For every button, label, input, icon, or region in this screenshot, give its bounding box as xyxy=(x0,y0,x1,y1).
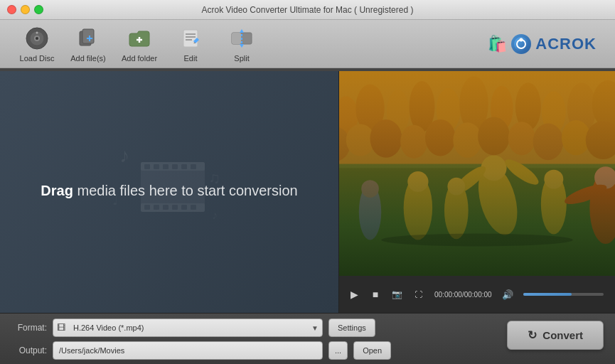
svg-marker-18 xyxy=(240,29,244,33)
svg-rect-36 xyxy=(181,205,187,210)
preview-panel: ▶ ■ 📷 ⛶ 00:00:00/00:00:00 🔊 xyxy=(339,68,615,313)
toolbar-load-disc-label: Load Disc xyxy=(20,54,55,63)
disc-icon xyxy=(24,26,50,51)
svg-rect-29 xyxy=(172,164,178,169)
toolbar-load-disc[interactable]: Load Disc xyxy=(11,23,63,65)
window-controls[interactable] xyxy=(7,5,43,14)
svg-rect-11 xyxy=(183,30,198,47)
svg-rect-16 xyxy=(232,33,241,44)
svg-rect-6 xyxy=(82,29,94,43)
svg-point-58 xyxy=(400,125,427,159)
toolbar-edit[interactable]: Edit xyxy=(165,23,216,65)
drag-drop-text: Drag media files here to start conversio… xyxy=(41,183,297,199)
drag-rest: media files here to start conversion xyxy=(73,183,298,198)
svg-point-44 xyxy=(339,96,358,136)
svg-point-55 xyxy=(339,127,350,161)
drag-bold: Drag xyxy=(41,183,73,198)
svg-point-64 xyxy=(562,120,590,155)
volume-slider[interactable] xyxy=(523,293,604,296)
svg-point-77 xyxy=(594,166,615,188)
title-bar: Acrok Video Converter Ultimate for Mac (… xyxy=(0,0,615,20)
svg-point-56 xyxy=(346,124,375,156)
toolbar-edit-label: Edit xyxy=(184,54,198,63)
svg-point-3 xyxy=(36,37,38,40)
output-path-input[interactable] xyxy=(53,341,323,360)
svg-point-82 xyxy=(447,178,465,196)
svg-rect-34 xyxy=(163,205,169,210)
fullscreen-button[interactable]: ⛶ xyxy=(410,287,426,302)
svg-text:♪: ♪ xyxy=(212,209,218,221)
svg-point-51 xyxy=(515,82,541,130)
format-select[interactable]: H.264 Video (*.mp4) xyxy=(53,318,323,337)
svg-text:♪: ♪ xyxy=(119,144,129,166)
main-content: ♪ ♫ ♩ ♪ Drag media files here to start c… xyxy=(0,68,615,313)
toolbar-split-label: Split xyxy=(234,54,249,63)
convert-button[interactable]: ↻ Convert xyxy=(507,321,604,350)
svg-rect-27 xyxy=(154,164,159,169)
svg-point-50 xyxy=(491,86,513,131)
toolbar-add-files-label: Add file(s) xyxy=(70,54,106,63)
toolbar-add-folder-label: Add folder xyxy=(122,54,157,63)
maximize-button[interactable] xyxy=(34,5,43,14)
open-button[interactable]: Open xyxy=(353,341,391,360)
toolbar-add-folder[interactable]: Add folder xyxy=(114,23,165,65)
svg-rect-33 xyxy=(154,205,159,210)
bottom-wrapper: Format: 🎞 H.264 Video (*.mp4) ▼ Settings… xyxy=(0,313,615,364)
svg-point-45 xyxy=(355,84,384,132)
file-drop-panel[interactable]: ♪ ♫ ♩ ♪ Drag media files here to start c… xyxy=(0,68,339,313)
svg-point-81 xyxy=(444,181,469,239)
svg-point-49 xyxy=(459,76,488,132)
add-folder-icon xyxy=(127,26,152,51)
svg-rect-30 xyxy=(181,164,187,169)
video-controls: ▶ ■ 📷 ⛶ 00:00:00/00:00:00 🔊 xyxy=(339,276,615,313)
browse-button[interactable]: ... xyxy=(328,341,348,360)
window-title: Acrok Video Converter Ultimate for Mac (… xyxy=(202,5,414,15)
settings-button[interactable]: Settings xyxy=(328,318,375,337)
svg-point-69 xyxy=(481,155,507,181)
play-button[interactable]: ▶ xyxy=(346,287,362,302)
volume-icon: 🔊 xyxy=(502,289,513,300)
svg-point-71 xyxy=(502,156,542,189)
svg-rect-67 xyxy=(339,164,615,168)
logo-icon xyxy=(511,34,531,54)
svg-point-46 xyxy=(387,90,409,134)
svg-point-57 xyxy=(370,119,402,158)
snapshot-button[interactable]: 📷 xyxy=(389,287,405,302)
video-format-icon: 🎞 xyxy=(57,323,65,333)
svg-point-47 xyxy=(410,81,435,132)
svg-point-22 xyxy=(520,38,523,41)
time-display: 00:00:00/00:00:00 xyxy=(434,291,492,299)
svg-rect-28 xyxy=(163,164,169,169)
svg-point-60 xyxy=(453,122,481,157)
svg-rect-31 xyxy=(191,164,196,169)
svg-rect-26 xyxy=(144,164,150,169)
svg-point-68 xyxy=(471,161,524,239)
svg-point-52 xyxy=(542,92,566,133)
toolbar-split[interactable]: Split xyxy=(216,23,267,65)
convert-icon: ↻ xyxy=(528,328,537,342)
output-label: Output: xyxy=(10,346,47,355)
minimize-button[interactable] xyxy=(21,5,30,14)
svg-point-78 xyxy=(562,181,609,208)
svg-point-75 xyxy=(544,170,563,189)
video-frame xyxy=(339,68,615,276)
add-files-icon xyxy=(75,26,101,51)
svg-marker-19 xyxy=(240,44,244,48)
svg-point-74 xyxy=(541,173,567,234)
svg-point-62 xyxy=(508,122,535,155)
split-icon xyxy=(229,26,255,51)
toolbar-add-files[interactable]: Add file(s) xyxy=(63,23,114,65)
svg-point-83 xyxy=(381,233,573,246)
svg-point-70 xyxy=(451,162,490,198)
svg-point-79 xyxy=(359,184,381,240)
svg-point-80 xyxy=(361,180,379,198)
toolbar: Load Disc Add file(s) Add folder xyxy=(0,20,615,68)
svg-point-73 xyxy=(407,171,428,192)
close-button[interactable] xyxy=(7,5,16,14)
stop-button[interactable]: ■ xyxy=(368,287,383,302)
svg-rect-66 xyxy=(339,164,615,276)
svg-rect-37 xyxy=(191,205,196,210)
svg-point-61 xyxy=(478,117,510,156)
logo-area: 🛍️ ACROK xyxy=(488,34,604,54)
format-label: Format: xyxy=(10,323,47,333)
